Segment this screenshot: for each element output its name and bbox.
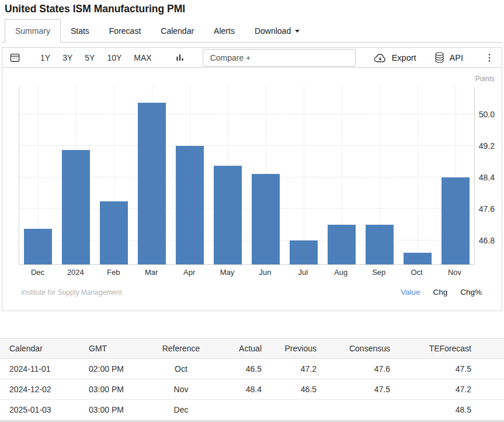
table-row: 2025-01-0303:00 PMDec48.5	[0, 400, 504, 420]
table-cell: Oct	[146, 359, 216, 379]
view-mode-chg[interactable]: Chg	[433, 288, 447, 297]
tab-stats[interactable]: Stats	[61, 20, 99, 42]
view-mode-chg-pct[interactable]: Chg%	[460, 288, 482, 297]
range-max[interactable]: MAX	[134, 53, 151, 62]
column-header: GMT	[82, 339, 146, 359]
y-axis-label: 48.4	[474, 173, 495, 182]
range-3y[interactable]: 3Y	[62, 53, 72, 62]
v-gridline	[304, 87, 304, 264]
table-row: 2024-11-0102:00 PMOct46.547.247.647.5	[0, 359, 504, 379]
table-cell: 03:00 PM	[82, 400, 146, 420]
view-mode-value[interactable]: Value	[401, 288, 420, 297]
bar-may[interactable]	[214, 166, 242, 264]
table-cell: 48.4	[216, 379, 269, 400]
h-gridline	[19, 114, 474, 114]
tab-calendar[interactable]: Calendar	[151, 20, 204, 42]
tab-bar: SummaryStatsForecastCalendarAlertsDownlo…	[2, 19, 502, 43]
bar-mar[interactable]	[138, 103, 166, 264]
compare-input[interactable]	[203, 49, 356, 67]
calendar-button[interactable]	[9, 52, 20, 63]
tab-label: Download	[255, 26, 291, 36]
table-cell: 02:00 PM	[82, 359, 146, 379]
x-axis-label: Oct	[398, 268, 436, 277]
table-cell	[269, 400, 324, 420]
h-gridline	[19, 145, 474, 146]
bar-chart-icon	[175, 52, 185, 64]
tab-label: Forecast	[109, 26, 141, 36]
bar-dec[interactable]	[24, 229, 52, 264]
bar-nov[interactable]	[442, 177, 470, 264]
x-axis-label: Jul	[284, 268, 322, 277]
x-axis-label: Nov	[436, 268, 474, 277]
bar-oct[interactable]	[404, 253, 432, 264]
bar-feb[interactable]	[100, 201, 128, 264]
x-axis-label: Feb	[95, 268, 133, 277]
y-axis-unit-label: Points	[475, 75, 495, 83]
bar-apr[interactable]	[176, 146, 204, 264]
table-cell: 47.2	[397, 379, 504, 400]
table-cell: 47.5	[397, 359, 504, 379]
x-axis-label: 2024	[57, 268, 95, 277]
table-cell: 48.5	[397, 400, 504, 420]
table-cell: 2024-12-02	[0, 379, 82, 400]
bar-2024[interactable]	[62, 150, 90, 264]
x-axis-label: Mar	[133, 268, 171, 277]
table-cell	[216, 400, 269, 420]
bar-aug[interactable]	[328, 225, 356, 264]
table-cell: 46.5	[216, 359, 269, 379]
data-source-label: Institute for Supply Management	[21, 288, 122, 297]
x-axis-label: Jun	[246, 268, 284, 277]
x-axis-label: Sep	[360, 268, 398, 277]
column-header: Reference	[146, 339, 216, 359]
table-cell: 47.6	[324, 359, 397, 379]
page-title: United States ISM Manufacturing PMI	[2, 0, 502, 15]
table-body: 2024-11-0102:00 PMOct46.547.247.647.5202…	[0, 359, 504, 420]
table-cell: 03:00 PM	[82, 379, 146, 400]
chart-footer: Institute for Supply Management ValueChg…	[2, 275, 502, 311]
cloud-download-icon	[373, 53, 387, 63]
calendar-table: CalendarGMTReferenceActualPreviousConsen…	[0, 338, 504, 420]
calendar-table-section: CalendarGMTReferenceActualPreviousConsen…	[0, 338, 504, 420]
table-cell: 47.5	[324, 379, 397, 400]
range-10y[interactable]: 10Y	[107, 53, 121, 62]
tab-alerts[interactable]: Alerts	[204, 20, 245, 42]
column-header: TEForecast	[397, 339, 504, 359]
table-cell	[324, 400, 397, 420]
tab-summary[interactable]: Summary	[5, 19, 61, 43]
more-options-button[interactable]	[484, 52, 495, 64]
table-row: 2024-12-0203:00 PMNov48.446.547.547.2	[0, 379, 504, 400]
chart-panel: 1Y3Y5Y10YMAX	[2, 47, 502, 311]
range-1y[interactable]: 1Y	[40, 53, 50, 62]
table-cell: 2024-11-01	[0, 359, 82, 379]
tab-forecast[interactable]: Forecast	[99, 20, 151, 42]
api-label: API	[450, 53, 463, 62]
y-axis-label: 49.2	[474, 141, 495, 151]
v-gridline	[418, 87, 418, 264]
y-axis-label: 46.8	[474, 236, 495, 245]
range-buttons: 1Y3Y5Y10YMAX	[40, 53, 164, 62]
x-axis-label: May	[208, 268, 246, 277]
tab-download[interactable]: Download	[245, 20, 310, 42]
y-axis-label: 50.0	[474, 110, 495, 119]
bar-jun[interactable]	[252, 174, 280, 264]
x-axis-label: Aug	[322, 268, 360, 277]
range-5y[interactable]: 5Y	[85, 53, 95, 62]
column-header: Previous	[269, 339, 324, 359]
chart-type-button[interactable]	[175, 52, 185, 64]
tab-label: Stats	[71, 26, 89, 36]
api-button[interactable]: API	[434, 51, 463, 64]
calendar-icon	[9, 52, 20, 63]
bar-sep[interactable]	[366, 225, 394, 264]
table-cell: 2025-01-03	[0, 400, 82, 420]
x-axis-label: Apr	[171, 268, 208, 277]
table-cell: 47.2	[269, 359, 324, 379]
kebab-menu-icon	[484, 52, 495, 64]
export-button[interactable]: Export	[373, 53, 416, 63]
database-icon	[434, 51, 445, 64]
bar-jul[interactable]	[290, 240, 318, 264]
column-header: Actual	[216, 339, 269, 359]
plot-area	[19, 87, 475, 265]
tab-label: Calendar	[161, 26, 194, 36]
column-header: Calendar	[0, 339, 82, 359]
tab-label: Alerts	[214, 26, 235, 36]
